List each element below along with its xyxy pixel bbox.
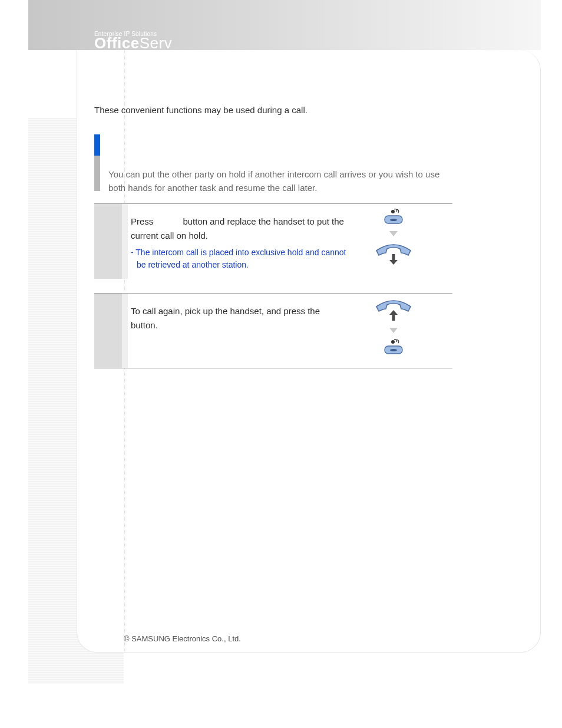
step-block-2: To call again, pick up the handset, and … — [94, 293, 452, 368]
handset-up-icon — [373, 298, 414, 322]
step-side-inner — [122, 204, 128, 279]
step-2-text: To call again, pick up the handset, and … — [131, 304, 349, 332]
svg-point-5 — [390, 349, 397, 351]
intro-text: These convenient functions may be used d… — [94, 105, 308, 115]
hold-button-icon — [381, 209, 406, 225]
chevron-down-icon — [389, 231, 398, 236]
brand-logo-thin: Serv — [140, 34, 172, 52]
step-2-t2: button. — [131, 320, 158, 330]
step-1-icons — [370, 209, 417, 266]
step-1-gap — [156, 216, 181, 226]
step-side-inner — [122, 294, 128, 368]
chevron-down-icon — [389, 328, 398, 333]
step-1-note: - The intercom call is placed into exclu… — [131, 246, 349, 271]
brand-logo-bold: Off — [94, 34, 117, 52]
section-hold-body: You can put the other party on hold if a… — [108, 167, 452, 195]
handset-down-icon — [373, 242, 414, 266]
brand-logo-bold2: ce — [122, 34, 140, 52]
step-1-t1: Press — [131, 216, 156, 226]
step-2-t1: To call again, pick up the handset, and … — [131, 306, 322, 316]
svg-point-0 — [391, 210, 395, 213]
svg-point-3 — [391, 340, 395, 344]
step-side — [94, 294, 122, 368]
step-1-text: Press button and replace the handset to … — [131, 215, 349, 271]
svg-point-2 — [390, 219, 397, 221]
hold-button-icon — [381, 339, 406, 355]
step-block-1: Press button and replace the handset to … — [94, 203, 452, 279]
step-2-gap — [322, 306, 345, 316]
brand-logo-dot: i — [117, 34, 122, 52]
footer-copyright: © SAMSUNG Electronics Co., Ltd. — [124, 634, 241, 643]
step-side — [94, 204, 122, 279]
step-2-icons — [370, 298, 417, 355]
section-marker — [94, 134, 100, 191]
